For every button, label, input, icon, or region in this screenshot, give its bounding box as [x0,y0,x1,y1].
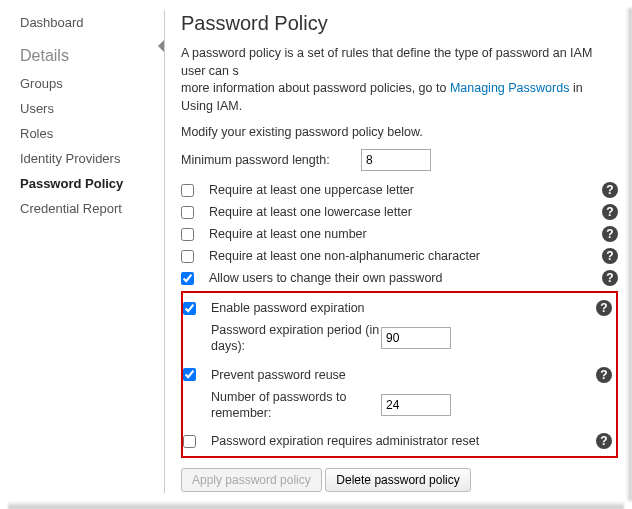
highlight-box: Enable password expiration ? Password ex… [181,291,618,458]
label-uppercase: Require at least one uppercase letter [209,183,594,197]
checkbox-uppercase[interactable] [181,184,194,197]
options-list: Require at least one uppercase letter ? … [181,179,618,289]
min-length-row: Minimum password length: [181,149,618,171]
option-row-admin-reset: Password expiration requires administrat… [183,430,612,452]
sidebar-item-identity-providers[interactable]: Identity Providers [16,146,156,171]
sidebar-item-users[interactable]: Users [16,96,156,121]
help-icon[interactable]: ? [602,182,618,198]
help-icon[interactable]: ? [596,300,612,316]
option-row-expire: Enable password expiration ? [183,297,612,319]
main-content: Password Policy A password policy is a s… [165,6,624,497]
sidebar-divider [164,10,165,493]
apply-policy-button[interactable]: Apply password policy [181,468,322,492]
help-icon[interactable]: ? [596,367,612,383]
label-nonalpha: Require at least one non-alphanumeric ch… [209,249,594,263]
checkbox-reuse[interactable] [183,368,196,381]
label-lowercase: Require at least one lowercase letter [209,205,594,219]
option-row-user-change: Allow users to change their own password… [181,267,618,289]
intro-line2a: more information about password policies… [181,81,450,95]
intro-text: A password policy is a set of rules that… [181,45,618,115]
option-row-lowercase: Require at least one lowercase letter ? [181,201,618,223]
reuse-number-input[interactable] [381,394,451,416]
checkbox-lowercase[interactable] [181,206,194,219]
page-title: Password Policy [181,12,618,35]
help-icon[interactable]: ? [602,248,618,264]
option-row-number: Require at least one number ? [181,223,618,245]
modify-text: Modify your existing password policy bel… [181,125,618,139]
expire-period-input[interactable] [381,327,451,349]
sidebar: Dashboard Details Groups Users Roles Ide… [8,6,164,497]
checkbox-nonalpha[interactable] [181,250,194,263]
checkbox-expire[interactable] [183,302,196,315]
help-icon[interactable]: ? [602,226,618,242]
label-number: Require at least one number [209,227,594,241]
sidebar-item-credential-report[interactable]: Credential Report [16,196,156,221]
checkbox-user-change[interactable] [181,272,194,285]
help-icon[interactable]: ? [602,204,618,220]
option-row-nonalpha: Require at least one non-alphanumeric ch… [181,245,618,267]
min-length-label: Minimum password length: [181,153,361,167]
checkbox-admin-reset[interactable] [183,435,196,448]
expire-period-row: Password expiration period (in days): [183,319,612,358]
sidebar-item-groups[interactable]: Groups [16,71,156,96]
label-user-change: Allow users to change their own password [209,271,594,285]
sidebar-item-password-policy[interactable]: Password Policy [16,171,156,196]
collapse-caret-icon[interactable] [158,40,164,52]
sidebar-dashboard[interactable]: Dashboard [16,10,156,35]
help-icon[interactable]: ? [602,270,618,286]
min-length-input[interactable] [361,149,431,171]
label-admin-reset: Password expiration requires administrat… [211,434,588,448]
delete-policy-button[interactable]: Delete password policy [325,468,470,492]
shadow-right [626,8,632,501]
expire-period-label: Password expiration period (in days): [211,322,381,355]
reuse-number-label: Number of passwords to remember: [211,389,381,422]
sidebar-item-roles[interactable]: Roles [16,121,156,146]
option-row-uppercase: Require at least one uppercase letter ? [181,179,618,201]
sidebar-section-head: Details [16,35,156,71]
reuse-number-row: Number of passwords to remember: [183,386,612,425]
button-row: Apply password policy Delete password po… [181,468,618,492]
shadow-bottom [8,501,624,509]
label-expire: Enable password expiration [211,301,588,315]
label-reuse: Prevent password reuse [211,368,588,382]
checkbox-number[interactable] [181,228,194,241]
help-icon[interactable]: ? [596,433,612,449]
option-row-reuse: Prevent password reuse ? [183,364,612,386]
managing-passwords-link[interactable]: Managing Passwords [450,81,570,95]
intro-line1: A password policy is a set of rules that… [181,46,592,78]
